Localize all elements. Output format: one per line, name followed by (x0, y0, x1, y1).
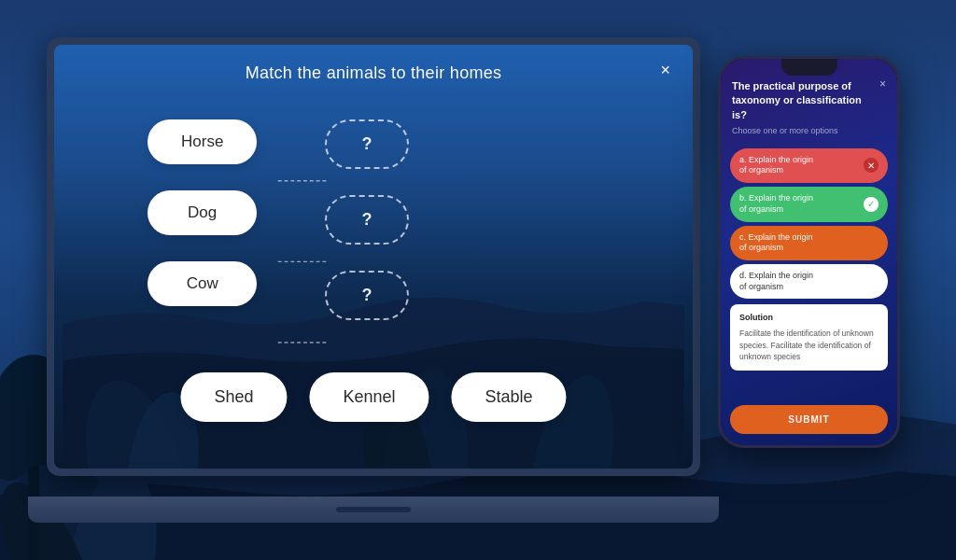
phone-notch (781, 59, 837, 76)
scene: Match the animals to their homes × (0, 0, 956, 560)
phone-option-b[interactable]: b. Explain the originof organism ✓ (730, 187, 888, 221)
home-stable[interactable]: Stable (452, 372, 567, 422)
close-button-laptop[interactable]: × (660, 62, 670, 78)
phone-subtitle: Choose one or more options (732, 125, 886, 137)
home-kennel[interactable]: Kennel (309, 372, 429, 422)
option-a-badge-x: ✕ (864, 158, 879, 173)
home-shed[interactable]: Shed (180, 372, 287, 422)
phone-question-text: The practical purpose of taxonomy or cla… (732, 79, 886, 122)
animal-dog[interactable]: Dog (148, 190, 257, 235)
option-b-text: b. Explain the originof organism (739, 193, 813, 215)
target-3[interactable]: ? (325, 271, 409, 320)
matching-area: Horse Dog Cow ? ? ? Shed Kennel Stab (91, 101, 655, 450)
option-a-text: a. Explain the originof organism (739, 155, 813, 176)
phone-option-d[interactable]: d. Explain the originof organism (730, 264, 888, 299)
target-1[interactable]: ? (325, 119, 409, 169)
option-c-text: c. Explain the originof organism (739, 232, 813, 254)
phone-option-c[interactable]: c. Explain the originof organism (730, 226, 888, 260)
quiz-title: Match the animals to their homes (246, 63, 502, 83)
animals-column: Horse Dog Cow (148, 119, 257, 306)
solution-title: Solution (739, 312, 879, 325)
targets-column: ? ? ? (325, 119, 409, 320)
laptop-base (28, 497, 719, 523)
laptop-screen: Match the animals to their homes × (47, 37, 700, 476)
phone-solution: Solution Facilitate the identification o… (730, 304, 888, 371)
animal-cow[interactable]: Cow (148, 261, 257, 306)
option-d-text: d. Explain the originof organism (739, 271, 813, 292)
phone: The practical purpose of taxonomy or cla… (718, 56, 900, 448)
submit-button[interactable]: SUBMIT (730, 405, 888, 434)
phone-screen: The practical purpose of taxonomy or cla… (721, 59, 897, 445)
animal-horse[interactable]: Horse (148, 119, 257, 164)
target-2[interactable]: ? (325, 195, 409, 245)
phone-option-a[interactable]: a. Explain the originof organism ✕ (730, 148, 888, 183)
solution-text: Facilitate the identification of unknown… (739, 328, 879, 363)
option-b-badge-check: ✓ (864, 197, 879, 212)
close-button-phone[interactable]: × (879, 77, 886, 91)
homes-row: Shed Kennel Stable (180, 372, 566, 422)
laptop-screen-content: Match the animals to their homes × (54, 45, 693, 469)
laptop: Match the animals to their homes × (47, 37, 719, 523)
